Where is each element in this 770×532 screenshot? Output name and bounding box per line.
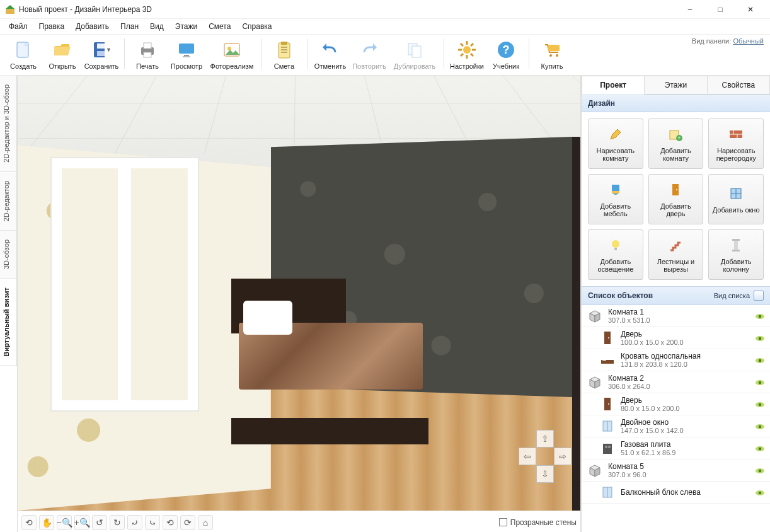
preview-button[interactable]: Просмотр — [167, 37, 206, 71]
undo-icon — [320, 40, 340, 60]
rotate-left-button[interactable]: ⤾ — [127, 515, 142, 530]
add-room-button[interactable]: +Добавить комнату — [648, 119, 704, 169]
visibility-toggle[interactable] — [755, 467, 765, 473]
roll-left-button[interactable]: ⟲ — [163, 515, 178, 530]
buy-button[interactable]: Купить — [532, 37, 572, 71]
save-button[interactable]: ▼Сохранить — [82, 37, 121, 71]
menu-вид[interactable]: Вид — [145, 20, 169, 33]
open-button[interactable]: Открыть — [43, 37, 82, 71]
object-name: Двойное окно — [621, 418, 750, 427]
object-name: Дверь — [621, 330, 750, 338]
menubar: ФайлПравкаДобавитьПланВидЭтажиСметаСправ… — [0, 19, 770, 35]
object-row[interactable]: Двойное окно147.0 x 15.0 x 142.0 — [582, 415, 770, 437]
orbit-right-button[interactable]: ↻ — [110, 515, 125, 530]
visibility-toggle[interactable] — [755, 313, 765, 319]
roll-right-button[interactable]: ⟳ — [180, 515, 195, 530]
window-small-icon — [599, 484, 616, 500]
add-window-button[interactable]: Добавить окно — [708, 174, 764, 224]
svg-text:+: + — [678, 135, 681, 141]
nav-down-button[interactable]: ⇩ — [536, 465, 554, 483]
menu-справка[interactable]: Справка — [237, 20, 277, 33]
rotate-right-button[interactable]: ⤿ — [145, 515, 160, 530]
add-column-button[interactable]: Добавить колонну — [708, 229, 764, 280]
panel-mode: Вид панели: Обычный — [692, 37, 764, 45]
nav-right-button[interactable]: ⇨ — [554, 448, 572, 465]
svg-point-84 — [608, 446, 611, 448]
nav-up-button[interactable]: ⇧ — [536, 430, 554, 448]
window-small-icon — [599, 418, 616, 434]
nav-left-button[interactable]: ⇦ — [519, 448, 536, 465]
side-tab-project[interactable]: Проект — [582, 76, 645, 95]
orbit-left-button[interactable]: ↺ — [92, 515, 107, 530]
object-row[interactable]: Дверь80.0 x 15.0 x 200.0 — [582, 393, 770, 415]
maximize-button[interactable]: □ — [706, 0, 735, 19]
svg-rect-8 — [144, 43, 151, 49]
toolbar-label: Фотореализм — [210, 62, 254, 70]
visibility-toggle[interactable] — [755, 401, 765, 407]
draw-room-button[interactable]: Нарисовать комнату — [588, 119, 643, 169]
side-tab-props[interactable]: Свойства — [708, 76, 770, 95]
minimize-button[interactable]: – — [675, 0, 704, 19]
view-360-button[interactable]: ⟲ — [21, 515, 37, 530]
print-button[interactable]: Печать — [128, 37, 167, 71]
vtab-2d3d[interactable]: 2D-редактор и 3D-обзор — [0, 76, 17, 172]
viewport-3d[interactable]: ⇧ ⇩ ⇦ ⇨ — [18, 76, 580, 511]
zoom-out-button[interactable]: −🔍 — [57, 515, 72, 530]
file-new-icon — [13, 40, 33, 60]
visibility-toggle[interactable] — [755, 489, 765, 495]
menu-этажи[interactable]: Этажи — [170, 20, 202, 33]
visibility-toggle[interactable] — [755, 445, 765, 451]
add-furn-button[interactable]: Добавить мебель — [588, 174, 643, 224]
vtab-2d[interactable]: 2D-редактор — [0, 172, 17, 231]
gear-icon — [457, 40, 477, 60]
close-button[interactable]: ✕ — [736, 0, 765, 19]
svg-text:?: ? — [503, 43, 510, 56]
vtab-3d[interactable]: 3D-обзор — [0, 231, 17, 279]
undo-button[interactable]: Отменить — [311, 37, 350, 71]
toolbar-label: Повторить — [352, 62, 386, 70]
object-row[interactable]: Дверь100.0 x 15.0 x 200.0 — [582, 327, 770, 349]
main-toolbar: СоздатьОткрыть▼СохранитьПечатьПросмотрФо… — [0, 35, 770, 76]
object-row[interactable]: Газовая плита51.0 x 62.1 x 86.9 — [582, 437, 770, 460]
object-row[interactable]: Кровать односпальная131.8 x 203.8 x 120.… — [582, 349, 770, 371]
object-name: Комната 5 — [608, 462, 750, 471]
menu-смета[interactable]: Смета — [204, 20, 236, 33]
menu-правка[interactable]: Правка — [34, 20, 70, 33]
svg-rect-61 — [604, 332, 611, 344]
zoom-in-button[interactable]: +🔍 — [74, 515, 89, 530]
design-header-title: Дизайн — [588, 99, 615, 108]
photoreal-button[interactable]: Фотореализм — [206, 37, 258, 71]
object-dimensions: 100.0 x 15.0 x 200.0 — [621, 338, 750, 346]
side-tab-floors[interactable]: Этажи — [645, 76, 707, 95]
pan-button[interactable]: ✋ — [39, 515, 54, 530]
settings-button[interactable]: Настройки — [447, 37, 486, 71]
object-row[interactable]: Балконный блок слева — [582, 482, 770, 504]
visibility-toggle[interactable] — [755, 423, 765, 429]
object-row[interactable]: Комната 2306.0 x 264.0 — [582, 371, 770, 393]
svg-rect-0 — [6, 9, 14, 14]
tutorial-button[interactable]: ?Учебник — [486, 37, 526, 71]
add-door-button[interactable]: Добавить дверь — [648, 174, 704, 224]
vtab-vv[interactable]: Виртуальный визит — [0, 279, 17, 366]
home-button[interactable]: ⌂ — [198, 515, 213, 530]
window-icon — [728, 185, 744, 202]
transparent-walls-checkbox[interactable]: Прозрачные стены — [499, 518, 577, 527]
object-row[interactable]: Комната 1307.0 x 531.0 — [582, 305, 770, 327]
object-dimensions: 307.0 x 531.0 — [608, 316, 750, 324]
menu-файл[interactable]: Файл — [4, 20, 33, 33]
visibility-toggle[interactable] — [755, 335, 765, 341]
menu-план[interactable]: План — [115, 20, 144, 33]
create-button[interactable]: Создать — [4, 37, 43, 71]
stairs-button[interactable]: Лестницы и вырезы — [648, 229, 704, 280]
object-row[interactable]: Комната 5307.0 x 96.0 — [582, 460, 770, 482]
menu-добавить[interactable]: Добавить — [71, 20, 114, 33]
view-list-control[interactable]: Вид списка — [714, 291, 764, 301]
toolbar-separator — [444, 38, 444, 69]
panel-mode-link[interactable]: Обычный — [733, 37, 764, 45]
draw-part-button[interactable]: Нарисовать перегородку — [708, 119, 764, 169]
bed-small-icon — [599, 352, 616, 368]
estimate-button[interactable]: Смета — [265, 37, 304, 71]
visibility-toggle[interactable] — [755, 379, 765, 385]
add-light-button[interactable]: Добавить освещение — [588, 229, 643, 280]
visibility-toggle[interactable] — [755, 357, 765, 363]
